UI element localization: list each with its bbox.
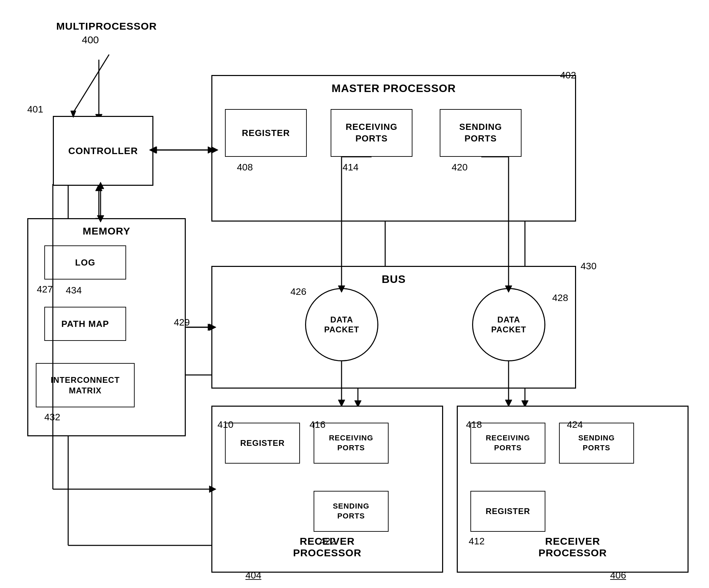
multiprocessor-label: MULTIPROCESSOR — [56, 20, 157, 32]
bus-num: 430 — [580, 261, 597, 272]
arrow-429-num: 429 — [174, 317, 190, 328]
path-map-box: PATH MAP — [44, 307, 126, 341]
interconnect-matrix-num: 432 — [44, 412, 60, 423]
data-packet-2-label: DATA PACKET — [491, 315, 526, 335]
sending-ports-master-label: SENDING PORTS — [459, 121, 502, 145]
receiver-processor-1-num: 404 — [245, 570, 261, 581]
register-recv1-num: 410 — [217, 419, 233, 430]
master-processor-label: MASTER PROCESSOR — [332, 82, 456, 95]
multiprocessor-num: 400 — [82, 34, 99, 46]
data-packet-2-circle: DATA PACKET — [472, 288, 545, 361]
register-master-box: REGISTER — [225, 109, 307, 157]
data-packet-2-num: 428 — [552, 292, 568, 303]
controller-box: CONTROLLER — [53, 116, 153, 186]
register-recv1-label: REGISTER — [240, 438, 285, 448]
bus-label: BUS — [382, 273, 406, 286]
sending-ports-master-box: SENDING PORTS — [440, 109, 522, 157]
log-box: LOG — [44, 245, 126, 280]
receiving-ports-recv1-label: RECEIVING PORTS — [329, 433, 373, 453]
receiver-processor-2-num: 406 — [610, 570, 626, 581]
path-map-label: PATH MAP — [61, 319, 109, 329]
sending-ports-recv1-box: SENDING PORTS — [314, 491, 389, 532]
sending-ports-recv2-label: SENDING PORTS — [578, 433, 615, 453]
data-packet-1-num: 426 — [290, 286, 306, 297]
log-num: 427 — [37, 284, 53, 295]
interconnect-matrix-box: INTERCONNECT MATRIX — [36, 363, 135, 407]
receiving-ports-master-box: RECEIVING PORTS — [331, 109, 412, 157]
sending-ports-recv1-num: 422 — [320, 536, 336, 547]
register-recv1-box: REGISTER — [225, 423, 300, 464]
receiving-ports-recv2-num: 418 — [466, 419, 482, 430]
register-master-num: 408 — [237, 162, 253, 173]
receiving-ports-recv2-label: RECEIVING PORTS — [486, 433, 530, 453]
register-recv2-label: REGISTER — [486, 507, 530, 516]
interconnect-matrix-label: INTERCONNECT MATRIX — [51, 375, 120, 396]
sending-ports-recv1-label: SENDING PORTS — [333, 501, 369, 521]
controller-label: CONTROLLER — [68, 146, 138, 156]
receiver-processor-2-label: RECEIVER PROCESSOR — [539, 536, 607, 559]
log-label: LOG — [75, 257, 95, 268]
data-packet-1-circle: DATA PACKET — [305, 288, 378, 361]
controller-num: 401 — [27, 104, 43, 115]
receiving-ports-master-label: RECEIVING PORTS — [346, 121, 397, 145]
sending-ports-recv2-num: 424 — [567, 419, 583, 430]
register-master-label: REGISTER — [242, 128, 290, 138]
register-recv2-box: REGISTER — [470, 491, 545, 532]
receiving-ports-master-num: 414 — [343, 162, 359, 173]
receiving-ports-recv1-num: 416 — [310, 419, 326, 430]
data-packet-1-label: DATA PACKET — [324, 315, 359, 335]
path-map-num: 434 — [66, 285, 82, 296]
memory-label: MEMORY — [83, 225, 131, 237]
register-recv2-num: 412 — [469, 536, 485, 547]
sending-ports-master-num: 420 — [452, 162, 468, 173]
svg-line-22 — [73, 55, 109, 112]
master-processor-num: 402 — [560, 70, 576, 81]
